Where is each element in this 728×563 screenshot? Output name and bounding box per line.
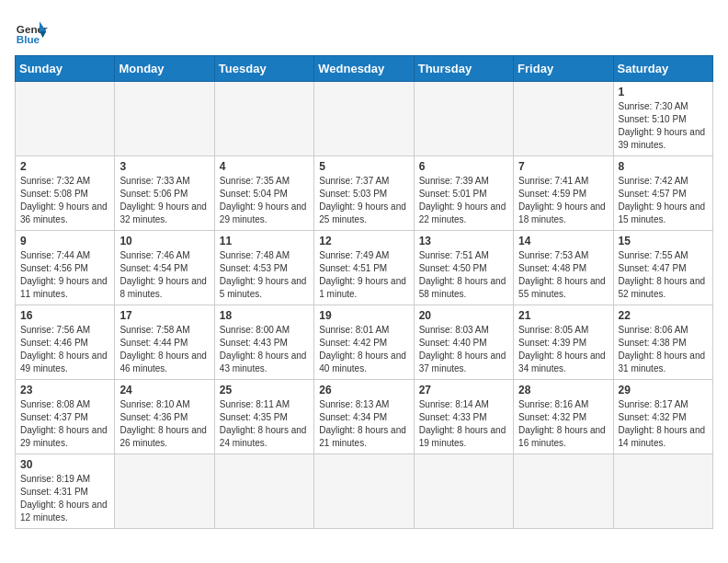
calendar-day-cell — [214, 454, 313, 529]
logo-icon: General Blue — [15, 15, 48, 48]
calendar-week-row: 16Sunrise: 7:56 AM Sunset: 4:46 PM Dayli… — [16, 305, 713, 380]
calendar-day-cell: 13Sunrise: 7:51 AM Sunset: 4:50 PM Dayli… — [414, 231, 513, 305]
day-info: Sunrise: 8:00 AM Sunset: 4:43 PM Dayligh… — [220, 324, 309, 375]
day-number: 6 — [419, 160, 508, 173]
day-info: Sunrise: 7:48 AM Sunset: 4:53 PM Dayligh… — [220, 249, 309, 301]
calendar-day-cell: 20Sunrise: 8:03 AM Sunset: 4:40 PM Dayli… — [414, 305, 513, 380]
calendar-day-cell: 21Sunrise: 8:05 AM Sunset: 4:39 PM Dayli… — [514, 305, 613, 380]
day-number: 10 — [119, 235, 209, 247]
calendar-day-cell: 19Sunrise: 8:01 AM Sunset: 4:42 PM Dayli… — [314, 305, 414, 380]
calendar-day-cell: 9Sunrise: 7:44 AM Sunset: 4:56 PM Daylig… — [16, 231, 115, 305]
calendar-day-cell: 25Sunrise: 8:11 AM Sunset: 4:35 PM Dayli… — [214, 380, 313, 454]
day-info: Sunrise: 7:33 AM Sunset: 5:06 PM Dayligh… — [119, 175, 209, 226]
calendar-day-cell: 2Sunrise: 7:32 AM Sunset: 5:08 PM Daylig… — [16, 156, 115, 231]
day-info: Sunrise: 7:49 AM Sunset: 4:51 PM Dayligh… — [319, 249, 408, 301]
calendar-day-cell: 10Sunrise: 7:46 AM Sunset: 4:54 PM Dayli… — [115, 231, 214, 305]
day-number: 16 — [20, 309, 109, 322]
calendar-day-header: Thursday — [414, 56, 513, 82]
calendar-week-row: 9Sunrise: 7:44 AM Sunset: 4:56 PM Daylig… — [16, 231, 713, 305]
day-info: Sunrise: 8:11 AM Sunset: 4:35 PM Dayligh… — [220, 398, 309, 450]
calendar-header-row: SundayMondayTuesdayWednesdayThursdayFrid… — [16, 56, 713, 82]
calendar-week-row: 2Sunrise: 7:32 AM Sunset: 5:08 PM Daylig… — [16, 156, 713, 231]
calendar-day-header: Saturday — [613, 56, 712, 82]
day-info: Sunrise: 7:30 AM Sunset: 5:10 PM Dayligh… — [619, 100, 708, 152]
calendar-day-cell — [115, 82, 214, 156]
day-info: Sunrise: 7:41 AM Sunset: 4:59 PM Dayligh… — [518, 175, 608, 226]
calendar-day-cell — [514, 454, 613, 529]
calendar-day-cell: 11Sunrise: 7:48 AM Sunset: 4:53 PM Dayli… — [214, 231, 313, 305]
day-number: 4 — [220, 160, 309, 173]
calendar-day-cell — [115, 454, 214, 529]
calendar-day-cell — [16, 82, 115, 156]
calendar-day-header: Monday — [115, 56, 214, 82]
calendar-day-cell: 7Sunrise: 7:41 AM Sunset: 4:59 PM Daylig… — [514, 156, 613, 231]
day-info: Sunrise: 7:39 AM Sunset: 5:01 PM Dayligh… — [419, 175, 508, 226]
day-info: Sunrise: 7:58 AM Sunset: 4:44 PM Dayligh… — [119, 324, 209, 375]
day-info: Sunrise: 7:56 AM Sunset: 4:46 PM Dayligh… — [20, 324, 109, 375]
page-header: General Blue — [15, 15, 713, 48]
day-info: Sunrise: 7:46 AM Sunset: 4:54 PM Dayligh… — [119, 249, 209, 301]
day-number: 5 — [319, 160, 408, 173]
day-info: Sunrise: 7:44 AM Sunset: 4:56 PM Dayligh… — [20, 249, 109, 301]
calendar-day-cell — [214, 82, 313, 156]
calendar-day-header: Wednesday — [314, 56, 414, 82]
day-info: Sunrise: 8:13 AM Sunset: 4:34 PM Dayligh… — [319, 398, 408, 450]
calendar-week-row: 30Sunrise: 8:19 AM Sunset: 4:31 PM Dayli… — [16, 454, 713, 529]
day-number: 9 — [20, 235, 109, 247]
calendar-day-header: Sunday — [16, 56, 115, 82]
calendar-day-cell: 1Sunrise: 7:30 AM Sunset: 5:10 PM Daylig… — [613, 82, 712, 156]
calendar-week-row: 23Sunrise: 8:08 AM Sunset: 4:37 PM Dayli… — [16, 380, 713, 454]
day-number: 24 — [119, 384, 209, 396]
calendar-day-cell — [314, 82, 414, 156]
day-number: 23 — [20, 384, 109, 396]
day-number: 27 — [419, 384, 508, 396]
svg-text:Blue: Blue — [17, 33, 40, 45]
day-number: 12 — [319, 235, 408, 247]
day-number: 3 — [119, 160, 209, 173]
day-number: 17 — [119, 309, 209, 322]
calendar-week-row: 1Sunrise: 7:30 AM Sunset: 5:10 PM Daylig… — [16, 82, 713, 156]
logo: General Blue — [15, 15, 48, 48]
day-info: Sunrise: 7:35 AM Sunset: 5:04 PM Dayligh… — [220, 175, 309, 226]
calendar-day-cell — [514, 82, 613, 156]
day-number: 19 — [319, 309, 408, 322]
calendar-day-cell: 5Sunrise: 7:37 AM Sunset: 5:03 PM Daylig… — [314, 156, 414, 231]
calendar-day-cell: 30Sunrise: 8:19 AM Sunset: 4:31 PM Dayli… — [16, 454, 115, 529]
day-info: Sunrise: 8:14 AM Sunset: 4:33 PM Dayligh… — [419, 398, 508, 450]
day-number: 28 — [518, 384, 608, 396]
day-info: Sunrise: 7:55 AM Sunset: 4:47 PM Dayligh… — [619, 249, 708, 301]
calendar-day-cell: 8Sunrise: 7:42 AM Sunset: 4:57 PM Daylig… — [613, 156, 712, 231]
day-info: Sunrise: 8:06 AM Sunset: 4:38 PM Dayligh… — [619, 324, 708, 375]
calendar-day-cell: 6Sunrise: 7:39 AM Sunset: 5:01 PM Daylig… — [414, 156, 513, 231]
day-number: 30 — [20, 458, 109, 471]
day-number: 22 — [619, 309, 708, 322]
day-info: Sunrise: 8:10 AM Sunset: 4:36 PM Dayligh… — [119, 398, 209, 450]
calendar-day-cell: 16Sunrise: 7:56 AM Sunset: 4:46 PM Dayli… — [16, 305, 115, 380]
day-number: 11 — [220, 235, 309, 247]
day-number: 2 — [20, 160, 109, 173]
day-number: 13 — [419, 235, 508, 247]
calendar-day-cell: 27Sunrise: 8:14 AM Sunset: 4:33 PM Dayli… — [414, 380, 513, 454]
day-info: Sunrise: 7:51 AM Sunset: 4:50 PM Dayligh… — [419, 249, 508, 301]
day-number: 26 — [319, 384, 408, 396]
day-number: 8 — [619, 160, 708, 173]
day-number: 1 — [619, 86, 708, 98]
calendar-day-cell: 29Sunrise: 8:17 AM Sunset: 4:32 PM Dayli… — [613, 380, 712, 454]
calendar-day-header: Friday — [514, 56, 613, 82]
calendar-day-cell: 28Sunrise: 8:16 AM Sunset: 4:32 PM Dayli… — [514, 380, 613, 454]
calendar-day-cell: 12Sunrise: 7:49 AM Sunset: 4:51 PM Dayli… — [314, 231, 414, 305]
calendar-day-cell: 14Sunrise: 7:53 AM Sunset: 4:48 PM Dayli… — [514, 231, 613, 305]
day-number: 29 — [619, 384, 708, 396]
calendar-day-cell: 3Sunrise: 7:33 AM Sunset: 5:06 PM Daylig… — [115, 156, 214, 231]
calendar-day-cell: 18Sunrise: 8:00 AM Sunset: 4:43 PM Dayli… — [214, 305, 313, 380]
calendar-day-cell: 24Sunrise: 8:10 AM Sunset: 4:36 PM Dayli… — [115, 380, 214, 454]
day-info: Sunrise: 7:53 AM Sunset: 4:48 PM Dayligh… — [518, 249, 608, 301]
calendar-day-cell: 15Sunrise: 7:55 AM Sunset: 4:47 PM Dayli… — [613, 231, 712, 305]
calendar-table: SundayMondayTuesdayWednesdayThursdayFrid… — [15, 55, 713, 529]
calendar-day-cell — [414, 454, 513, 529]
day-info: Sunrise: 7:32 AM Sunset: 5:08 PM Dayligh… — [20, 175, 109, 226]
calendar-day-cell: 26Sunrise: 8:13 AM Sunset: 4:34 PM Dayli… — [314, 380, 414, 454]
calendar-day-cell: 4Sunrise: 7:35 AM Sunset: 5:04 PM Daylig… — [214, 156, 313, 231]
day-info: Sunrise: 7:37 AM Sunset: 5:03 PM Dayligh… — [319, 175, 408, 226]
calendar-day-cell: 23Sunrise: 8:08 AM Sunset: 4:37 PM Dayli… — [16, 380, 115, 454]
